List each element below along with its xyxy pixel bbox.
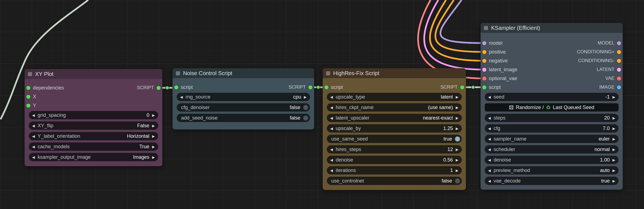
widget-latent-upscaler[interactable]: ◀ latent_upscaler nearest-exact ▶ [327, 114, 462, 122]
widget-vae-decode[interactable]: ◀ vae_decode true ▶ [485, 177, 619, 185]
widget-hires-ckpt-name[interactable]: ◀ hires_ckpt_name (use same) ▶ [327, 103, 462, 112]
input-dot-x[interactable] [26, 95, 30, 99]
widget-y-label-orientation[interactable]: ◀ Y_label_orientation Horizontal ▶ [29, 132, 158, 140]
increment-arrow-icon[interactable]: ▶ [152, 113, 155, 117]
increment-arrow-icon[interactable]: ▶ [612, 116, 615, 120]
output-dot-conditioning-plus[interactable] [617, 50, 621, 54]
decrement-arrow-icon[interactable]: ◀ [488, 116, 491, 120]
increment-arrow-icon[interactable]: ▶ [612, 126, 615, 131]
input-dot-model[interactable] [482, 41, 486, 45]
increment-arrow-icon[interactable]: ▶ [152, 145, 155, 149]
increment-arrow-icon[interactable]: ▶ [612, 158, 615, 162]
widget-cache-models[interactable]: ◀ cache_models True ▶ [29, 142, 158, 151]
decrement-arrow-icon[interactable]: ◀ [488, 179, 491, 183]
increment-arrow-icon[interactable]: ▶ [456, 168, 458, 173]
increment-arrow-icon[interactable]: ▶ [456, 95, 458, 99]
collapse-icon[interactable] [28, 72, 32, 76]
decrement-arrow-icon[interactable]: ◀ [330, 116, 333, 120]
output-dot-model[interactable] [617, 41, 621, 45]
widget-iterations[interactable]: ◀ iterations 1 ▶ [327, 166, 462, 174]
widget-cfg-denoiser[interactable]: cfg_denoiser false [177, 103, 310, 112]
toggle-knob[interactable] [303, 115, 308, 121]
decrement-arrow-icon[interactable]: ◀ [488, 147, 491, 152]
toggle-knob[interactable] [303, 105, 308, 110]
widget-ksampler-output-image[interactable]: ◀ ksampler_output_image Images ▶ [29, 153, 158, 161]
link-midpoint-dot[interactable] [166, 86, 169, 90]
link-midpoint-dot[interactable] [471, 86, 475, 89]
output-dot-vae[interactable] [617, 76, 621, 81]
input-dot-latent-image[interactable] [482, 68, 486, 72]
node-xy-plot[interactable]: XY Plot dependencies SCRIPT X Y ◀ grid_s… [25, 69, 162, 166]
increment-arrow-icon[interactable]: ▶ [304, 95, 307, 99]
input-dot-optional-vae[interactable] [482, 76, 486, 81]
widget-add-seed-noise[interactable]: add_seed_noise false [177, 114, 310, 122]
increment-arrow-icon[interactable]: ▶ [152, 124, 155, 128]
widget-upscale-type[interactable]: ◀ upscale_type latent ▶ [327, 93, 462, 101]
decrement-arrow-icon[interactable]: ◀ [32, 145, 35, 149]
input-dot-negative[interactable] [482, 59, 486, 63]
decrement-arrow-icon[interactable]: ◀ [330, 168, 333, 173]
increment-arrow-icon[interactable]: ▶ [456, 126, 458, 131]
widget-preview-method[interactable]: ◀ preview_method auto ▶ [485, 166, 619, 174]
decrement-arrow-icon[interactable]: ◀ [32, 113, 35, 117]
increment-arrow-icon[interactable]: ▶ [612, 95, 615, 99]
toggle-knob[interactable] [455, 178, 460, 184]
widget-use-controlnet[interactable]: use_controlnet false [327, 177, 462, 185]
toggle-knob[interactable] [455, 136, 460, 142]
decrement-arrow-icon[interactable]: ◀ [488, 158, 491, 162]
widget-xy-flip[interactable]: ◀ XY_flip False ▶ [29, 121, 158, 130]
widget-hires-steps[interactable]: ◀ hires_steps 12 ▶ [327, 145, 462, 154]
increment-arrow-icon[interactable]: ▶ [152, 134, 155, 138]
input-dot-script[interactable] [174, 85, 178, 89]
node-title-bar[interactable]: Noise Control Script [173, 68, 314, 78]
decrement-arrow-icon[interactable]: ◀ [330, 126, 333, 131]
input-dot-positive[interactable] [482, 50, 486, 54]
output-dot-latent[interactable] [617, 68, 621, 72]
decrement-arrow-icon[interactable]: ◀ [488, 126, 491, 131]
decrement-arrow-icon[interactable]: ◀ [330, 105, 333, 110]
collapse-icon[interactable] [326, 71, 330, 75]
widget-steps[interactable]: ◀ steps 20 ▶ [485, 114, 619, 122]
decrement-arrow-icon[interactable]: ◀ [32, 134, 35, 138]
collapse-icon[interactable] [176, 71, 180, 75]
decrement-arrow-icon[interactable]: ◀ [180, 95, 183, 99]
widget-sampler-name[interactable]: ◀ sampler_name euler ▶ [485, 135, 619, 143]
widget-denoise[interactable]: ◀ denoise 0.56 ▶ [327, 156, 462, 164]
increment-arrow-icon[interactable]: ▶ [456, 105, 458, 110]
increment-arrow-icon[interactable]: ▶ [152, 155, 155, 159]
increment-arrow-icon[interactable]: ▶ [456, 158, 458, 162]
widget-grid-spacing[interactable]: ◀ grid_spacing 0 ▶ [29, 111, 158, 119]
input-dot-script[interactable] [324, 85, 328, 89]
node-title-bar[interactable]: XY Plot [25, 69, 162, 79]
output-dot-script[interactable] [157, 86, 161, 90]
increment-arrow-icon[interactable]: ▶ [456, 147, 458, 152]
decrement-arrow-icon[interactable]: ◀ [32, 124, 35, 128]
node-noise-control-script[interactable]: Noise Control Script script SCRIPT ◀ rng… [173, 68, 314, 129]
node-graph-canvas[interactable]: { "canvas": {"width": 2329, "height": 75… [0, 0, 644, 209]
node-ksampler-efficient[interactable]: KSampler (Efficient) model MODEL positiv… [481, 23, 623, 190]
node-title-bar[interactable]: KSampler (Efficient) [481, 23, 623, 33]
collapse-icon[interactable] [484, 26, 488, 30]
decrement-arrow-icon[interactable]: ◀ [488, 168, 491, 173]
increment-arrow-icon[interactable]: ▶ [612, 137, 615, 141]
decrement-arrow-icon[interactable]: ◀ [488, 137, 491, 141]
node-highres-fix-script[interactable]: HighRes-Fix Script script SCRIPT ◀ upsca… [323, 68, 466, 190]
increment-arrow-icon[interactable]: ▶ [612, 168, 615, 173]
decrement-arrow-icon[interactable]: ◀ [330, 147, 333, 152]
widget-use-same-seed[interactable]: use_same_seed true [327, 135, 462, 143]
widget-rng-source[interactable]: ◀ rng_source cpu ▶ [177, 93, 310, 101]
increment-arrow-icon[interactable]: ▶ [456, 116, 458, 120]
increment-arrow-icon[interactable]: ▶ [612, 179, 615, 183]
widget-upscale-by[interactable]: ◀ upscale_by 1.25 ▶ [327, 124, 462, 133]
output-dot-script[interactable] [308, 85, 312, 89]
widget-scheduler[interactable]: ◀ scheduler normal ▶ [485, 145, 619, 154]
input-dot-script[interactable] [482, 85, 486, 89]
randomize-last-queued-seed-button[interactable]: ⚄ Randomize / ♻ Last Queued Seed [485, 103, 619, 112]
output-dot-script[interactable] [460, 85, 464, 89]
input-dot-dependencies[interactable] [26, 86, 30, 90]
link-midpoint-dot[interactable] [317, 86, 320, 89]
node-title-bar[interactable]: HighRes-Fix Script [323, 68, 466, 78]
output-dot-conditioning-minus[interactable] [617, 59, 621, 63]
decrement-arrow-icon[interactable]: ◀ [330, 95, 333, 99]
widget-seed[interactable]: ◀ seed -1 ▶ [485, 93, 619, 101]
